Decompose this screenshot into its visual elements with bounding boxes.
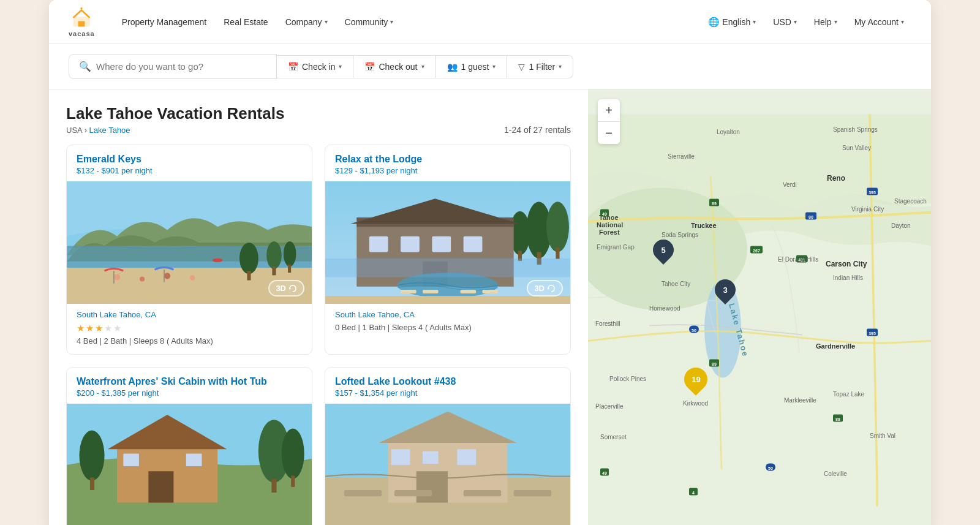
- main-content: Lake Tahoe Vacation Rentals USA › Lake T…: [49, 89, 931, 525]
- svg-point-14: [266, 241, 282, 269]
- svg-text:Kirkwood: Kirkwood: [683, 400, 708, 407]
- svg-rect-30: [401, 236, 420, 252]
- svg-rect-36: [423, 290, 439, 293]
- svg-text:Tahoe City: Tahoe City: [662, 281, 690, 287]
- svg-text:Topaz Lake: Topaz Lake: [833, 391, 865, 398]
- map-zoom-controls: + −: [598, 99, 620, 144]
- pin-count: 3: [723, 285, 728, 295]
- globe-icon: 🌐: [708, 17, 720, 28]
- card-title: Emerald Keys: [67, 145, 312, 166]
- listing-card[interactable]: Waterfront Apres' Ski Cabin with Hot Tub…: [66, 367, 312, 525]
- checkout-filter[interactable]: 📅 Check out ▾: [353, 55, 435, 78]
- breadcrumb-location[interactable]: Lake Tahoe: [89, 126, 130, 135]
- svg-text:National: National: [597, 221, 623, 229]
- svg-rect-61: [464, 490, 502, 496]
- checkin-filter[interactable]: 📅 Check in ▾: [277, 55, 353, 78]
- zoom-out-button[interactable]: −: [598, 122, 620, 144]
- star-filled: ★: [95, 323, 103, 334]
- nav-company[interactable]: Company ▾: [278, 12, 335, 32]
- card-image: 3D: [325, 181, 570, 304]
- listing-card[interactable]: Lofted Lake Lookout #438 $157 - $1,354 p…: [325, 367, 571, 525]
- community-chevron-icon: ▾: [390, 18, 393, 25]
- card-title: Waterfront Apres' Ski Cabin with Hot Tub: [67, 368, 312, 388]
- nav-real-estate[interactable]: Real Estate: [216, 12, 275, 32]
- filter-button[interactable]: ▽ 1 Filter ▾: [507, 55, 573, 78]
- nav-community[interactable]: Community ▾: [337, 12, 401, 32]
- svg-text:Truckee: Truckee: [691, 222, 717, 229]
- svg-rect-15: [272, 266, 276, 275]
- logo[interactable]: vacasa: [69, 7, 95, 37]
- svg-text:4: 4: [692, 491, 695, 495]
- svg-text:Pollock Pines: Pollock Pines: [609, 376, 646, 382]
- svg-text:Markleeville: Markleeville: [784, 397, 816, 404]
- svg-rect-58: [423, 451, 439, 464]
- search-input-wrap[interactable]: 🔍: [69, 54, 277, 79]
- svg-text:267: 267: [753, 249, 760, 253]
- svg-text:Emigrant Gap: Emigrant Gap: [597, 244, 635, 251]
- filter-chevron-icon: ▾: [559, 63, 562, 70]
- currency-chevron-icon: ▾: [794, 18, 797, 25]
- nav-language[interactable]: 🌐 English ▾: [701, 12, 763, 32]
- listings-panel: Lake Tahoe Vacation Rentals USA › Lake T…: [49, 89, 588, 525]
- map-panel[interactable]: 80 395 395 50 50 89: [588, 89, 931, 525]
- svg-text:Gardnerville: Gardnerville: [816, 342, 855, 350]
- 3d-badge: 3D: [527, 280, 563, 296]
- svg-text:395: 395: [869, 331, 876, 336]
- nav-currency[interactable]: USD ▾: [766, 12, 804, 32]
- svg-rect-31: [432, 236, 451, 252]
- card-title: Lofted Lake Lookout #438: [325, 368, 570, 388]
- logo-text: vacasa: [69, 30, 95, 37]
- card-image: [325, 404, 570, 525]
- svg-text:Dayton: Dayton: [891, 222, 911, 229]
- svg-rect-17: [288, 265, 291, 273]
- card-details: 0 Bed | 1 Bath | Sleeps 4 ( Adults Max): [335, 323, 560, 332]
- map-background: 80 395 395 50 50 89: [588, 89, 931, 525]
- svg-rect-38: [482, 290, 498, 293]
- help-chevron-icon: ▾: [834, 18, 837, 25]
- svg-text:Indian Hills: Indian Hills: [833, 274, 863, 281]
- calendar-icon: 📅: [288, 62, 298, 72]
- svg-point-6: [114, 274, 120, 280]
- filter-icon: ▽: [518, 62, 525, 72]
- svg-text:88: 88: [835, 417, 840, 421]
- svg-text:Forest: Forest: [599, 229, 620, 236]
- nav-links: Property Management Real Estate Company …: [115, 12, 701, 32]
- svg-rect-51: [291, 475, 295, 486]
- nav-property-management[interactable]: Property Management: [115, 12, 214, 32]
- nav-help[interactable]: Help ▾: [807, 12, 845, 32]
- guests-filter[interactable]: 👥 1 guest ▾: [436, 55, 508, 78]
- svg-text:89: 89: [712, 362, 717, 366]
- svg-rect-62: [514, 490, 552, 496]
- zoom-in-button[interactable]: +: [598, 99, 620, 121]
- svg-rect-59: [344, 490, 382, 496]
- svg-point-46: [80, 431, 105, 481]
- checkout-chevron-icon: ▾: [421, 63, 424, 70]
- listing-card[interactable]: Emerald Keys $132 - $901 per night: [66, 145, 312, 355]
- nav-my-account[interactable]: My Account ▾: [847, 12, 911, 32]
- svg-rect-37: [461, 290, 477, 293]
- search-input[interactable]: [96, 61, 266, 72]
- guests-icon: 👥: [447, 62, 458, 72]
- svg-rect-1: [78, 21, 85, 26]
- svg-rect-44: [123, 454, 139, 467]
- svg-rect-60: [394, 490, 432, 496]
- account-chevron-icon: ▾: [901, 18, 904, 25]
- listing-card[interactable]: Relax at the Lodge $129 - $1,193 per nig…: [325, 145, 571, 355]
- svg-text:Soda Springs: Soda Springs: [662, 232, 698, 238]
- svg-rect-57: [457, 449, 476, 465]
- svg-text:Sun Valley: Sun Valley: [842, 145, 871, 151]
- svg-text:50: 50: [768, 466, 773, 470]
- svg-point-50: [282, 429, 304, 479]
- cards-grid: Emerald Keys $132 - $901 per night: [66, 145, 571, 525]
- svg-text:89: 89: [712, 202, 717, 206]
- svg-rect-29: [369, 236, 388, 252]
- star-empty: ★: [104, 323, 112, 334]
- star-empty: ★: [113, 323, 121, 334]
- card-title: Relax at the Lodge: [325, 145, 570, 166]
- svg-text:Carson City: Carson City: [826, 260, 867, 268]
- nav-right: 🌐 English ▾ USD ▾ Help ▾ My Account ▾: [701, 12, 911, 32]
- svg-text:Smith Val: Smith Val: [870, 432, 895, 439]
- card-price: $157 - $1,354 per night: [325, 388, 570, 404]
- search-icon: 🔍: [79, 61, 91, 72]
- card-footer: South Lake Tahoe, CA 0 Bed | 1 Bath | Sl…: [325, 304, 570, 341]
